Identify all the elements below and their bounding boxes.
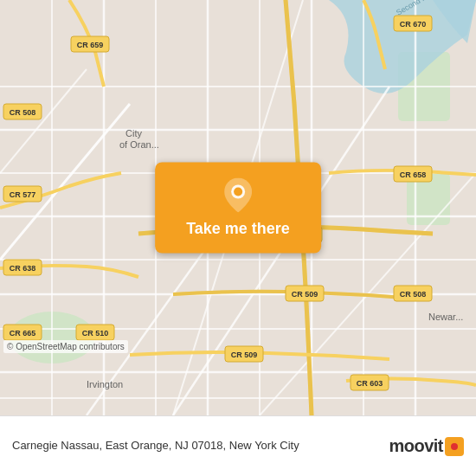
moovit-dot-inner bbox=[451, 443, 458, 450]
svg-text:CR 659: CR 659 bbox=[77, 41, 104, 49]
take-me-there-label: Take me there bbox=[186, 220, 290, 238]
svg-text:CR 508: CR 508 bbox=[10, 108, 36, 117]
svg-text:City: City bbox=[125, 128, 142, 138]
take-me-there-overlay: Take me there bbox=[155, 163, 321, 254]
copyright-text: © OpenStreetMap contributors bbox=[3, 340, 128, 353]
map-container: CR 659 CR 508 CR 577 CR 638 CR 665 CR 51… bbox=[0, 0, 476, 415]
svg-text:of Oran...: of Oran... bbox=[119, 139, 159, 150]
moovit-dot-icon bbox=[445, 437, 464, 456]
svg-text:CR 508: CR 508 bbox=[400, 290, 427, 299]
svg-point-61 bbox=[234, 188, 242, 196]
svg-text:CR 509: CR 509 bbox=[231, 351, 258, 359]
footer: Carnegie Nassau, East Orange, NJ 07018, … bbox=[0, 415, 476, 476]
svg-text:CR 577: CR 577 bbox=[10, 190, 36, 199]
svg-text:CR 638: CR 638 bbox=[10, 264, 36, 273]
moovit-text: moovit bbox=[389, 436, 443, 456]
svg-text:Irvington: Irvington bbox=[87, 379, 123, 389]
svg-text:CR 509: CR 509 bbox=[292, 290, 318, 299]
svg-text:Newar...: Newar... bbox=[428, 312, 463, 322]
moovit-logo: moovit bbox=[389, 436, 464, 456]
location-pin-icon bbox=[224, 178, 252, 213]
svg-text:CR 670: CR 670 bbox=[400, 20, 427, 29]
svg-text:CR 665: CR 665 bbox=[10, 329, 36, 338]
svg-text:CR 658: CR 658 bbox=[400, 170, 427, 179]
svg-text:CR 510: CR 510 bbox=[82, 329, 109, 338]
take-me-there-button[interactable]: Take me there bbox=[155, 163, 321, 254]
address-text: Carnegie Nassau, East Orange, NJ 07018, … bbox=[12, 438, 380, 453]
svg-text:CR 603: CR 603 bbox=[357, 379, 383, 388]
